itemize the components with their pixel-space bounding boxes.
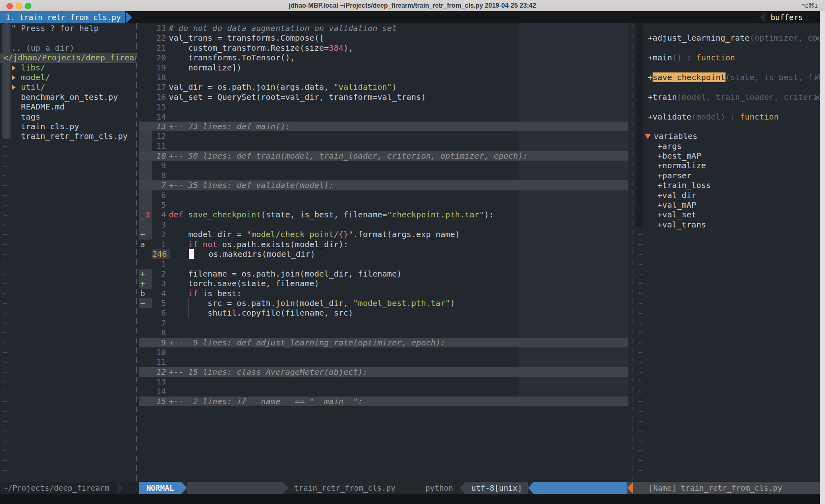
editor-line[interactable]: 246 os.makedirs(model_dir) (139, 249, 628, 259)
tagbar-item[interactable]: +val_set (636, 210, 825, 219)
tagbar-item[interactable]: +save_checkpoint(state, is_best, fil› (636, 72, 825, 82)
editor-line[interactable]: 21 custom_transform.Resize(size=384), (139, 43, 628, 53)
truncation-mark: › (815, 92, 819, 102)
code-text: if is_best: (169, 289, 628, 298)
editor-line[interactable]: 18 (139, 72, 628, 82)
nerdtree-item[interactable]: .. (up a dir) (0, 43, 136, 53)
editor-line[interactable]: 7 (139, 318, 628, 328)
editor-line[interactable]: ~ 2 model_dir = "model/check_point/{}".f… (139, 229, 628, 239)
editor-line[interactable]: 10 (139, 347, 628, 357)
editor-line[interactable]: 10 +-- 50 lines: def train(model, train_… (139, 151, 628, 161)
editor-line[interactable]: 20 transforms.ToTensor(), (139, 53, 628, 62)
tagbar-item[interactable] (636, 122, 825, 131)
buffer-tab[interactable]: 1. train_retr_from_cls.py (0, 11, 125, 23)
tagbar-item[interactable] (636, 43, 825, 53)
tagbar-item[interactable]: +val_mAP (636, 200, 825, 210)
tagbar-item[interactable] (636, 102, 825, 112)
editor-line[interactable]: 1 (139, 259, 628, 269)
tagbar-item[interactable]: +validate(model) : function (636, 112, 825, 122)
editor-line[interactable]: ~ 5 src = os.path.join(model_dir, "model… (139, 298, 628, 308)
tagbar-item[interactable]: +train_loss (636, 180, 825, 190)
sign-column-cell (139, 397, 152, 406)
code-text: if not os.path.exists(model_dir): (169, 240, 628, 249)
editor-line[interactable]: 15 +-- 2 lines: if __name__ == "__main__… (139, 397, 628, 406)
editor-line[interactable]: 15 (139, 102, 628, 112)
window-separator-right[interactable] (632, 23, 632, 482)
tagbar-item[interactable] (636, 23, 825, 33)
sign-column-cell (139, 338, 152, 347)
editor-line[interactable]: 8 (139, 171, 628, 180)
editor-line[interactable]: b 4 if is_best: (139, 289, 628, 298)
tagbar-item[interactable] (636, 82, 825, 92)
editor-line[interactable]: 19 normalize]) (139, 63, 628, 72)
editor-line[interactable]: 22 val_trans = transforms.Compose([ (139, 33, 628, 43)
editor-line[interactable]: 12 +-- 15 lines: class AverageMeter(obje… (139, 367, 628, 377)
tagbar-item[interactable]: +val_trans (636, 220, 825, 229)
vim-workspace: " Press ? for help.. (up a dir)</jdhao/P… (0, 23, 825, 482)
line-number: 11 (152, 141, 169, 151)
tagbar-item[interactable]: +main() : function (636, 53, 825, 62)
position-segment: 86% 246/284ℓN : 5 (534, 482, 627, 494)
editor-line[interactable]: 13 (139, 377, 628, 386)
tagbar-item[interactable]: +val_dir (636, 190, 825, 200)
editor-line[interactable]: + 2 filename = os.path.join(model_dir, f… (139, 269, 628, 279)
tagbar-item[interactable]: +normalize (636, 161, 825, 170)
editor-line[interactable]: 13 +-- 73 lines: def main(): (139, 122, 628, 131)
editor-window[interactable]: 23 # do not do data augmentation on vali… (139, 23, 628, 482)
sign-column-cell (139, 43, 152, 53)
nerdtree-item[interactable]: tags (0, 112, 136, 122)
statusline-filename: train_retr_from_cls.py (294, 482, 396, 494)
nerdtree-item[interactable] (0, 33, 136, 43)
editor-line[interactable]: 12 (139, 131, 628, 141)
tagbar-item[interactable]: +args (636, 141, 825, 151)
editor-line[interactable]: 16 val_set = QuerySet(root=val_dir, tran… (139, 92, 628, 102)
tagbar-item[interactable]: +parser (636, 171, 825, 180)
tagbar-item[interactable]: +best_mAP (636, 151, 825, 161)
chevron-icon (283, 482, 288, 494)
code-text: src = os.path.join(model_dir, "model_bes… (169, 298, 628, 308)
tagbar-item[interactable] (636, 63, 825, 72)
editor-line[interactable]: 11 (139, 357, 628, 367)
nerdtree-item[interactable]: model/ (0, 72, 136, 82)
editor-line[interactable]: 23 # do not do data augmentation on vali… (139, 23, 628, 33)
sign-column-cell: _3 (139, 210, 152, 219)
editor-line[interactable]: 7 +-- 35 lines: def validate(model): (139, 180, 628, 190)
nerdtree-item[interactable]: README.md (0, 102, 136, 112)
sign-column-cell (139, 249, 152, 259)
terminal-scrollbar[interactable] (820, 11, 825, 504)
editor-line[interactable]: 11 (139, 141, 628, 151)
nerdtree-item[interactable]: </jdhao/Projects/deep_firear› (0, 53, 136, 62)
tagbar-item[interactable]: +train(model, train_loader, criterio› (636, 92, 825, 102)
window-title: jdhao-MBP.local ~/Projects/deep_firearm/… (0, 2, 825, 9)
tagbar-item[interactable]: variables (636, 131, 825, 141)
chevron-icon (181, 482, 187, 494)
statusline: ~/Projects/deep_firearm NORMAL +8 ~3 -3 … (0, 482, 825, 494)
editor-line[interactable]: a 1 if not os.path.exists(model_dir): (139, 240, 628, 249)
nerdtree-item[interactable]: libs/ (0, 63, 136, 72)
editor-line[interactable]: 6 (139, 190, 628, 200)
editor-line[interactable]: 14 (139, 386, 628, 396)
nerdtree-item[interactable]: benchmark_on_test.py (0, 92, 136, 102)
editor-line[interactable]: _3 4 def save_checkpoint(state, is_best,… (139, 210, 628, 219)
editor-line[interactable]: 5 (139, 200, 628, 210)
editor-line[interactable]: 9 +-- 9 lines: def adjust_learning_rate(… (139, 338, 628, 347)
sign-column-cell (139, 63, 152, 72)
nerdtree-item[interactable]: " Press ? for help (0, 23, 136, 33)
editor-line[interactable]: 6 shutil.copyfile(filename, src) (139, 308, 628, 318)
nerdtree-item[interactable]: train_cls.py (0, 122, 136, 131)
editor-line[interactable]: 8 (139, 328, 628, 337)
nerdtree-item[interactable]: train_retr_from_cls.py (0, 131, 136, 141)
editor-line[interactable]: 17 val_dir = os.path.join(args.data, "va… (139, 82, 628, 92)
editor-line[interactable]: 3 (139, 220, 628, 229)
tagbar-item[interactable]: +adjust_learning_rate(optimizer, epo› (636, 33, 825, 43)
nerdtree-item[interactable]: util/ (0, 82, 136, 92)
line-number: 18 (152, 72, 169, 82)
code-text: def save_checkpoint(state, is_best, file… (169, 210, 628, 219)
vim-command-line[interactable] (0, 494, 825, 504)
window-separator-left[interactable] (136, 23, 137, 482)
editor-line[interactable]: 9 (139, 161, 628, 170)
code-text (169, 131, 628, 141)
editor-line[interactable]: + 3 torch.save(state, filename) (139, 279, 628, 288)
editor-line[interactable]: 14 (139, 112, 628, 122)
sign-column-cell: ~ (139, 229, 152, 239)
